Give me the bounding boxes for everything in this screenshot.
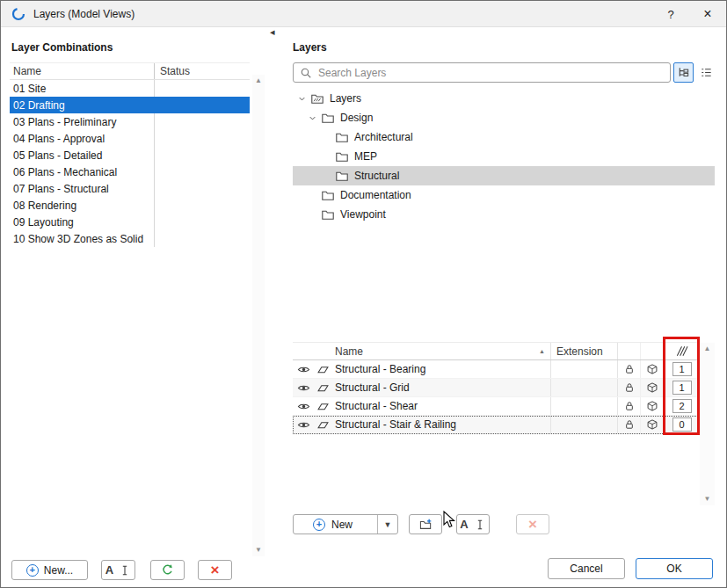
new-combination-button[interactable]: + New... bbox=[11, 560, 88, 580]
layer-row[interactable]: Structural - Shear 2 bbox=[293, 397, 700, 416]
cancel-button[interactable]: Cancel bbox=[548, 558, 625, 579]
combination-name: 05 Plans - Detailed bbox=[10, 147, 155, 163]
layer-sheet-icon bbox=[316, 400, 330, 413]
combination-row[interactable]: 09 Layouting bbox=[10, 214, 250, 230]
new-layer-button[interactable]: + New ▼ bbox=[293, 514, 398, 534]
status-column-header[interactable]: Status bbox=[155, 63, 250, 79]
layer-name-cell: Structural - Grid bbox=[331, 379, 551, 396]
combination-status bbox=[155, 214, 250, 230]
tree-view-toggle[interactable] bbox=[673, 62, 694, 83]
layer-name-cell: Structural - Bearing bbox=[331, 360, 551, 378]
chevron-down-icon[interactable] bbox=[296, 94, 307, 104]
delete-layer-button[interactable]: × bbox=[516, 514, 549, 534]
model-view-column-header[interactable] bbox=[641, 343, 664, 359]
combination-row[interactable]: 07 Plans - Structural bbox=[10, 180, 250, 197]
combination-status bbox=[155, 147, 250, 163]
combination-name: 07 Plans - Structural bbox=[10, 180, 155, 197]
combination-status bbox=[155, 113, 250, 130]
left-scrollbar[interactable]: ▲ ▼ bbox=[252, 75, 265, 556]
ok-button[interactable]: OK bbox=[636, 558, 713, 579]
layer-row-selected[interactable]: Structural - Stair & Railing 0 bbox=[293, 416, 700, 434]
scroll-up-icon[interactable]: ▲ bbox=[700, 343, 715, 355]
tree-item-mep[interactable]: MEP bbox=[293, 147, 715, 166]
tree-item-design[interactable]: Design bbox=[293, 108, 715, 127]
delete-combination-button[interactable]: × bbox=[198, 560, 232, 580]
intersection-group-value[interactable]: 1 bbox=[672, 362, 692, 376]
combination-name: 08 Rendering bbox=[10, 197, 155, 214]
scroll-up-icon[interactable]: ▲ bbox=[252, 75, 265, 87]
collapse-panel-button[interactable]: ◂ bbox=[270, 26, 275, 38]
intersection-group-column-header[interactable] bbox=[664, 343, 700, 359]
rename-combination-button[interactable]: A bbox=[101, 560, 135, 580]
right-scrollbar[interactable]: ▲ ▼ bbox=[700, 343, 715, 505]
visibility-eye-icon[interactable] bbox=[297, 363, 310, 376]
search-input[interactable] bbox=[318, 67, 664, 79]
visibility-eye-icon[interactable] bbox=[297, 418, 310, 432]
refresh-icon bbox=[161, 563, 174, 577]
lock-icon[interactable] bbox=[623, 363, 636, 375]
tree-item-label: Layers bbox=[330, 92, 361, 105]
combination-row[interactable]: 04 Plans - Approval bbox=[10, 130, 250, 147]
rename-layer-button[interactable]: A bbox=[456, 514, 490, 534]
layer-row[interactable]: Structural - Grid 1 bbox=[293, 379, 700, 397]
new-layer-main[interactable]: + New bbox=[294, 515, 372, 534]
tree-item-label: MEP bbox=[354, 150, 377, 163]
combination-status bbox=[155, 130, 250, 147]
intersection-group-value[interactable]: 1 bbox=[672, 381, 692, 395]
combination-row[interactable]: 10 Show 3D Zones as Solid bbox=[10, 230, 250, 247]
lock-column-header[interactable] bbox=[618, 343, 641, 359]
rename-letter: A bbox=[105, 563, 113, 577]
folder-icon bbox=[335, 130, 349, 144]
tree-item-documentation[interactable]: Documentation bbox=[293, 185, 715, 205]
combination-name: 04 Plans - Approval bbox=[10, 130, 155, 147]
layer-extension-cell bbox=[551, 379, 618, 396]
plus-icon: + bbox=[26, 564, 39, 577]
layer-icon-column-header[interactable] bbox=[314, 343, 331, 359]
visibility-column-header[interactable] bbox=[293, 343, 314, 359]
combination-row[interactable]: 01 Site bbox=[10, 80, 250, 97]
combination-row[interactable]: 03 Plans - Preliminary bbox=[10, 113, 250, 130]
intersection-group-value[interactable]: 0 bbox=[672, 417, 692, 432]
solid-cube-icon[interactable] bbox=[646, 418, 658, 431]
name-column-label: Name bbox=[335, 345, 363, 358]
layers-table: Name ▲ Extension Structural - Bearing 1 bbox=[293, 342, 700, 434]
solid-cube-icon[interactable] bbox=[646, 400, 658, 412]
chevron-down-icon[interactable] bbox=[307, 113, 317, 123]
scroll-down-icon[interactable]: ▼ bbox=[700, 493, 715, 505]
solid-cube-icon[interactable] bbox=[646, 381, 658, 394]
scroll-down-icon[interactable]: ▼ bbox=[252, 544, 265, 556]
solid-cube-icon[interactable] bbox=[646, 363, 658, 375]
tree-item-label: Architectural bbox=[354, 131, 413, 143]
lock-icon[interactable] bbox=[623, 418, 636, 431]
new-folder-button[interactable] bbox=[409, 514, 442, 534]
layer-extension-cell bbox=[551, 416, 618, 433]
combination-row[interactable]: 08 Rendering bbox=[10, 197, 250, 214]
new-layer-label: New bbox=[331, 519, 353, 531]
new-layer-dropdown[interactable]: ▼ bbox=[377, 515, 397, 534]
name-column-header[interactable]: Name bbox=[10, 63, 155, 79]
layer-sheet-icon bbox=[316, 381, 330, 395]
visibility-eye-icon[interactable] bbox=[297, 400, 310, 413]
combination-row-selected[interactable]: 02 Drafting bbox=[10, 97, 250, 113]
combination-row[interactable]: 05 Plans - Detailed bbox=[10, 147, 250, 163]
layer-row[interactable]: Structural - Bearing 1 bbox=[293, 360, 700, 379]
intersection-group-value[interactable]: 2 bbox=[672, 399, 692, 413]
name-column-header[interactable]: Name ▲ bbox=[331, 343, 551, 359]
extension-column-header[interactable]: Extension bbox=[551, 343, 618, 359]
combination-name: 09 Layouting bbox=[10, 214, 155, 230]
tree-item-structural[interactable]: Structural bbox=[293, 166, 715, 185]
lock-icon[interactable] bbox=[623, 400, 636, 412]
tree-item-architectural[interactable]: Architectural bbox=[293, 127, 715, 147]
combination-status bbox=[155, 197, 250, 214]
help-button[interactable]: ? bbox=[652, 1, 689, 27]
tree-item-viewpoint[interactable]: Viewpoint bbox=[293, 205, 715, 224]
list-view-toggle[interactable] bbox=[696, 62, 716, 83]
tree-item-layers[interactable]: Layers bbox=[293, 89, 715, 108]
update-combination-button[interactable] bbox=[150, 560, 185, 580]
tree-item-label: Structural bbox=[354, 170, 399, 182]
visibility-eye-icon[interactable] bbox=[297, 381, 310, 395]
combination-row[interactable]: 06 Plans - Mechanical bbox=[10, 163, 250, 180]
window-title: Layers (Model Views) bbox=[33, 8, 134, 20]
lock-icon[interactable] bbox=[623, 381, 636, 394]
close-button[interactable]: × bbox=[689, 1, 726, 27]
